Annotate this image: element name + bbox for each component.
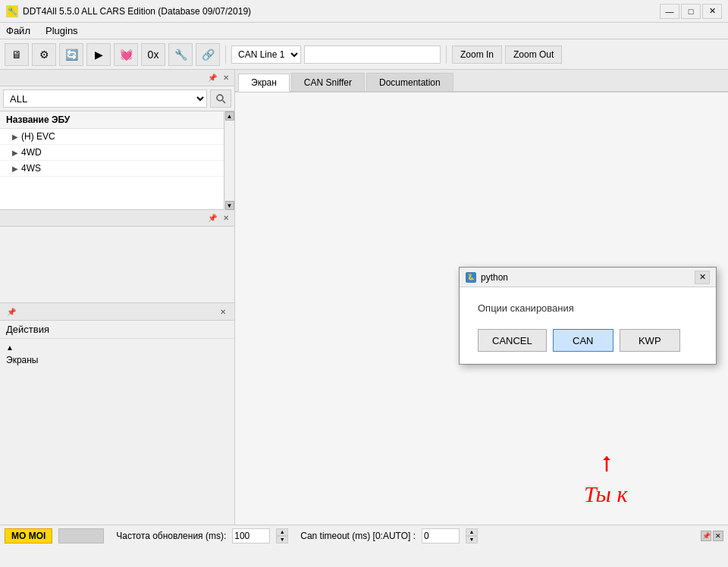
maximize-button[interactable]: □ xyxy=(681,4,701,19)
modal-title-bar: 🐍 python ✕ xyxy=(460,268,716,287)
status-bar: MO MOI Частота обновления (ms): ▲ ▼ Can … xyxy=(0,525,728,546)
ecu-list-header: Название ЭБУ xyxy=(0,111,224,129)
actions-content: ▲ Экраны xyxy=(0,339,234,370)
main-layout: 📌 ✕ ALL Название ЭБУ ▶ (H) EVC xyxy=(0,70,728,525)
modal-title-left: 🐍 python xyxy=(466,272,508,283)
python-icon: 🐍 xyxy=(466,272,476,283)
content-area: 🐍 python ✕ Опции сканирования CANCEL CAN… xyxy=(235,92,728,525)
ecu-item-0[interactable]: ▶ (H) EVC xyxy=(0,129,224,145)
minimize-button[interactable]: — xyxy=(660,4,679,19)
can-input[interactable] xyxy=(304,45,441,64)
can-timeout-label: Can timeout (ms) [0:AUTO] : xyxy=(300,531,416,541)
modal-buttons: CANCEL CAN KWP xyxy=(478,329,698,352)
status-bar-right: 📌 ✕ xyxy=(701,531,723,541)
annotation-handwriting: Ты к xyxy=(561,456,713,525)
panel-btn-2[interactable]: ✕ xyxy=(713,531,723,541)
menu-bar: Файл Plugins xyxy=(0,23,728,39)
svg-marker-3 xyxy=(603,456,610,460)
toolbar-btn-3[interactable]: 🔄 xyxy=(59,43,83,66)
menu-file[interactable]: Файл xyxy=(3,24,33,37)
ecu-list-area: Название ЭБУ ▶ (H) EVC ▶ 4WD ▶ 4WS ▲ ▼ xyxy=(0,111,234,210)
arrow-icon-0: ▶ xyxy=(12,133,18,141)
cancel-button[interactable]: CANCEL xyxy=(478,329,547,352)
modal-title-text: python xyxy=(481,272,508,283)
tabs-bar: Экран CAN Sniffer Documentation xyxy=(235,70,728,92)
actions-title-row: Действия xyxy=(0,321,234,339)
tab-can-sniffer[interactable]: CAN Sniffer xyxy=(291,73,365,91)
frequency-down[interactable]: ▼ xyxy=(276,536,288,544)
scrollbar-v[interactable]: ▲ ▼ xyxy=(224,111,234,210)
title-bar: 🔧 DDT4All 5.5.0 ALL CARS Edition (Databa… xyxy=(0,0,728,23)
actions-section: 📌 ✕ Действия ▲ Экраны xyxy=(0,303,234,525)
frequency-up[interactable]: ▲ xyxy=(276,528,288,536)
can-timeout-down[interactable]: ▼ xyxy=(466,536,478,544)
panel-btn-1[interactable]: 📌 xyxy=(701,531,711,541)
toolbar: 🖥 ⚙ 🔄 ▶ 💓 0x 🔧 🔗 CAN Line 1 CAN Line 2 Z… xyxy=(0,39,728,70)
can-button[interactable]: CAN xyxy=(553,329,613,352)
app-icon: 🔧 xyxy=(6,5,18,17)
pin-icon[interactable]: 📌 xyxy=(207,73,218,83)
panel-header-1: 📌 ✕ xyxy=(0,70,234,86)
frequency-input[interactable] xyxy=(232,528,270,544)
pin-icon-3[interactable]: 📌 xyxy=(6,306,17,317)
scroll-track xyxy=(225,121,234,201)
panel-section-header-1: 📌 ✕ xyxy=(0,210,234,227)
can-line-select[interactable]: CAN Line 1 CAN Line 2 xyxy=(231,45,301,64)
can-timeout-up[interactable]: ▲ xyxy=(466,528,478,536)
arrow-icon-2: ▶ xyxy=(12,164,18,173)
mo-label: MO MOI xyxy=(5,528,52,544)
ecu-item-2[interactable]: ▶ 4WS xyxy=(0,161,224,177)
scroll-up[interactable]: ▲ xyxy=(225,111,234,121)
svg-text:Ты к: Ты к xyxy=(584,481,628,506)
search-icon xyxy=(215,93,226,104)
svg-point-0 xyxy=(217,95,223,101)
zoom-out-button[interactable]: Zoom Out xyxy=(505,45,562,64)
title-controls: — □ ✕ xyxy=(660,4,722,19)
close-panel-icon-3[interactable]: ✕ xyxy=(218,306,228,317)
toolbar-btn-1[interactable]: 🖥 xyxy=(5,43,29,66)
arrow-icon-1: ▶ xyxy=(12,149,18,157)
modal-message: Опции сканирования xyxy=(478,302,698,314)
separator-2 xyxy=(446,45,447,64)
actions-header: 📌 ✕ xyxy=(0,303,234,321)
panel-section-1: 📌 ✕ xyxy=(0,210,234,303)
python-dialog: 🐍 python ✕ Опции сканирования CANCEL CAN… xyxy=(459,267,717,365)
modal-body: Опции сканирования CANCEL CAN KWP xyxy=(460,287,716,364)
menu-plugins[interactable]: Plugins xyxy=(42,24,81,37)
chevron-up-icon[interactable]: ▲ xyxy=(6,343,14,352)
scroll-down[interactable]: ▼ xyxy=(225,201,234,210)
pin-icon-2[interactable]: 📌 xyxy=(207,213,218,224)
toolbar-btn-6[interactable]: 0x xyxy=(141,43,165,66)
status-box xyxy=(58,528,104,544)
frequency-spinner: ▲ ▼ xyxy=(276,528,288,544)
close-button[interactable]: ✕ xyxy=(702,4,722,19)
kwp-button[interactable]: KWP xyxy=(620,329,680,352)
ecu-list: Название ЭБУ ▶ (H) EVC ▶ 4WD ▶ 4WS xyxy=(0,111,224,210)
tab-screen[interactable]: Экран xyxy=(238,74,290,92)
ecu-item-1[interactable]: ▶ 4WD xyxy=(0,145,224,161)
actions-row-chevron: ▲ xyxy=(6,342,228,353)
panel-buttons: 📌 ✕ xyxy=(701,531,723,541)
svg-line-1 xyxy=(223,101,226,104)
close-panel-icon-2[interactable]: ✕ xyxy=(221,213,231,224)
window-title: DDT4All 5.5.0 ALL CARS Edition (Database… xyxy=(23,6,251,17)
zoom-in-button[interactable]: Zoom In xyxy=(452,45,502,64)
modal-close-button[interactable]: ✕ xyxy=(695,271,710,284)
actions-title: Действия xyxy=(6,324,49,335)
separator-1 xyxy=(225,45,226,64)
toolbar-btn-8[interactable]: 🔗 xyxy=(196,43,220,66)
title-bar-left: 🔧 DDT4All 5.5.0 ALL CARS Edition (Databa… xyxy=(6,5,251,17)
can-timeout-input[interactable] xyxy=(422,528,460,544)
right-panel: Экран CAN Sniffer Documentation 🐍 python… xyxy=(235,70,728,525)
filter-search-button[interactable] xyxy=(210,89,231,108)
left-panel: 📌 ✕ ALL Название ЭБУ ▶ (H) EVC xyxy=(0,70,235,525)
actions-item-screens[interactable]: Экраны xyxy=(6,353,228,367)
toolbar-btn-2[interactable]: ⚙ xyxy=(32,43,56,66)
tab-documentation[interactable]: Documentation xyxy=(366,73,453,91)
frequency-label: Частота обновления (ms): xyxy=(116,531,226,541)
close-panel-icon[interactable]: ✕ xyxy=(221,73,231,83)
toolbar-btn-7[interactable]: 🔧 xyxy=(168,43,193,66)
filter-select[interactable]: ALL xyxy=(3,89,207,108)
toolbar-btn-4[interactable]: ▶ xyxy=(86,43,111,66)
toolbar-btn-5[interactable]: 💓 xyxy=(114,43,138,66)
